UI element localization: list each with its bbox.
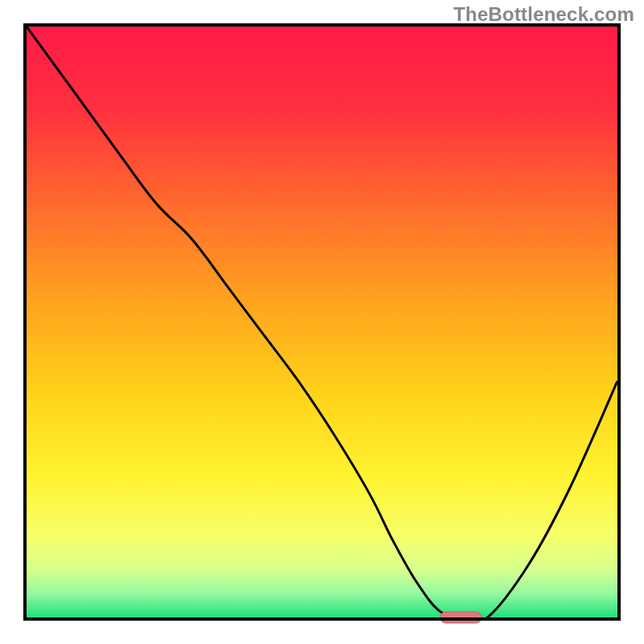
bottleneck-chart xyxy=(0,0,644,644)
watermark-text: TheBottleneck.com xyxy=(453,3,634,26)
gradient-background xyxy=(27,27,617,617)
chart-frame: TheBottleneck.com xyxy=(0,0,644,644)
